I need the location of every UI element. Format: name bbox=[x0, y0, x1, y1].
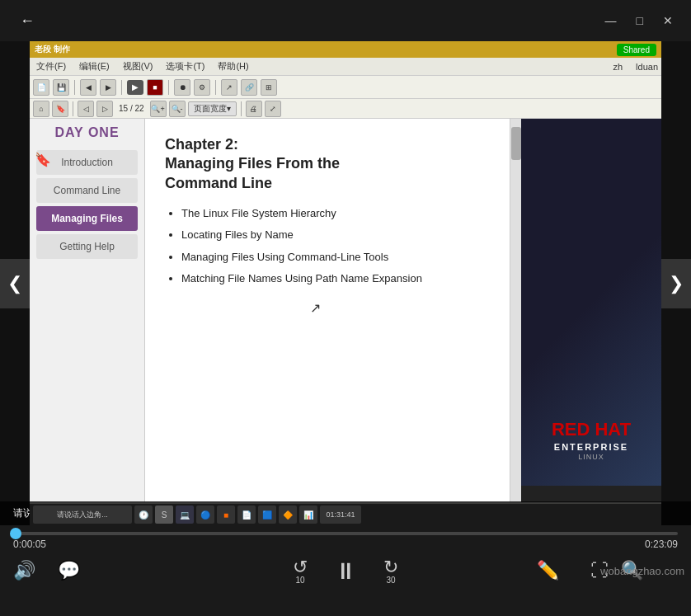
inner-taskbar: 请说话入边角... 🕐 S 💻 🔵 ■ 📄 🟦 🔶 📊 01:31:41 bbox=[30, 504, 661, 525]
shared-badge: Shared bbox=[617, 44, 656, 56]
progress-area bbox=[0, 525, 691, 538]
nav-prev-button[interactable]: ❮ bbox=[0, 259, 30, 308]
toolbar-open[interactable]: 📄 bbox=[33, 79, 49, 96]
taskbar-item-4[interactable]: 💻 bbox=[176, 505, 194, 524]
cursor-pointer: ↗ bbox=[310, 300, 321, 316]
nav-item-managing-files[interactable]: Managing Files bbox=[36, 206, 138, 231]
progress-track[interactable] bbox=[13, 532, 678, 535]
nav-item-introduction[interactable]: Introduction bbox=[36, 150, 138, 175]
subtitles-button[interactable]: 💬 bbox=[58, 560, 80, 581]
edit-icon: ✏️ bbox=[537, 560, 559, 581]
taskbar-item-3[interactable]: S bbox=[155, 505, 173, 524]
bullet-2: Locating Files by Name bbox=[181, 228, 490, 242]
current-time: 0:00:05 bbox=[13, 538, 46, 550]
taskbar-item-7[interactable]: 📄 bbox=[237, 505, 256, 524]
total-time: 0:23:09 bbox=[645, 538, 678, 550]
toolbar-split[interactable]: ⊞ bbox=[261, 79, 277, 96]
toolbar-sep2 bbox=[121, 80, 122, 95]
close-button[interactable]: ✕ bbox=[658, 12, 678, 29]
pdf-home[interactable]: ⌂ bbox=[33, 101, 49, 117]
toolbar-save[interactable]: 💾 bbox=[53, 79, 69, 96]
redhat-enterprise: ENTERPRISE bbox=[554, 442, 628, 452]
taskbar-item-2[interactable]: 🕐 bbox=[134, 505, 153, 524]
toolbar-next[interactable]: ▶ bbox=[100, 79, 116, 96]
volume-button[interactable]: 🔊 bbox=[13, 560, 35, 581]
menu-file[interactable]: 文件(F) bbox=[33, 60, 69, 73]
chapter-title: Chapter 2:Managing Files From theCommand… bbox=[165, 135, 490, 193]
menu-tab[interactable]: 选项卡(T) bbox=[162, 60, 208, 73]
toolbar-share[interactable]: ↗ bbox=[221, 79, 237, 96]
edit-button[interactable]: ✏️ bbox=[537, 560, 559, 581]
redhat-logo: RED HAT bbox=[552, 419, 631, 440]
left-nav: 🔖 DAY ONE Introduction Command Line Mana… bbox=[30, 119, 145, 502]
taskbar-item-8[interactable]: 🟦 bbox=[258, 505, 276, 524]
bullet-list: The Linux File System Hierarchy Locating… bbox=[165, 206, 490, 286]
toolbar: 📄 💾 ◀ ▶ ▶ ■ ⏺ ⚙ ↗ 🔗 ⊞ bbox=[30, 76, 661, 99]
pdf-toolbar2: ⌂ 🔖 ◁ ▷ 15 / 22 🔍+ 🔍- 页面宽度▾ 🖨 ⤢ bbox=[30, 99, 661, 119]
video-area: ❮ 老段 制作 Shared 文件(F) 编辑(E) 视图(V) 选项卡(T) … bbox=[0, 41, 691, 525]
more-button[interactable]: wobangzhao.com bbox=[600, 565, 684, 577]
rewind-button[interactable]: ↺ 10 bbox=[293, 557, 308, 585]
toolbar-record[interactable]: ⏺ bbox=[174, 79, 190, 96]
toolbar-stop[interactable]: ■ bbox=[147, 79, 163, 96]
nav-next-button[interactable]: ❯ bbox=[661, 259, 691, 308]
day-one-header: DAY ONE bbox=[30, 125, 144, 140]
bottom-controls: 0:00:05 0:23:09 🔊 💬 ↺ 10 ⏸ ↻ 30 ✏️ bbox=[0, 525, 691, 616]
redhat-linux: LINUX bbox=[578, 453, 604, 461]
pdf-zoomout[interactable]: 🔍- bbox=[169, 101, 186, 117]
nav-item-command-line[interactable]: Command Line bbox=[36, 178, 138, 203]
forward-label: 30 bbox=[386, 576, 395, 585]
lang-label: zh bbox=[613, 62, 623, 72]
top-bar: ← — □ ✕ bbox=[0, 0, 691, 41]
toolbar-share2[interactable]: 🔗 bbox=[241, 79, 257, 96]
pdf-sep1 bbox=[73, 101, 73, 116]
toolbar-sep4 bbox=[215, 80, 216, 95]
pdf-viewer: 老段 制作 Shared 文件(F) 编辑(E) 视图(V) 选项卡(T) 帮助… bbox=[30, 41, 661, 525]
taskbar-item-9[interactable]: 🔶 bbox=[279, 505, 297, 524]
page-content: Chapter 2:Managing Files From theCommand… bbox=[145, 119, 510, 502]
pdf-zoomin[interactable]: 🔍+ bbox=[150, 101, 167, 117]
taskbar-item-5[interactable]: 🔵 bbox=[196, 505, 214, 524]
pdf-fullscreen[interactable]: ⤢ bbox=[265, 101, 281, 117]
menu-help[interactable]: 帮助(H) bbox=[214, 60, 251, 73]
menu-edit[interactable]: 编辑(E) bbox=[76, 60, 113, 73]
scroll-thumb[interactable] bbox=[511, 127, 521, 160]
minimize-button[interactable]: — bbox=[600, 12, 622, 29]
taskbar-item-6[interactable]: ■ bbox=[217, 505, 235, 524]
taskbar-item-time: 01:31:41 bbox=[320, 505, 361, 524]
forward-button[interactable]: ↻ 30 bbox=[383, 557, 398, 585]
toolbar-config[interactable]: ⚙ bbox=[194, 79, 210, 96]
time-row: 0:00:05 0:23:09 bbox=[0, 538, 691, 550]
back-button[interactable]: ← bbox=[13, 9, 41, 33]
content-area: 🔖 DAY ONE Introduction Command Line Mana… bbox=[30, 119, 661, 502]
scroll-bar[interactable] bbox=[510, 119, 521, 502]
watermark-text: 老段 制作 bbox=[35, 44, 70, 55]
pdf-bookmark[interactable]: 🔖 bbox=[52, 101, 68, 117]
ctrl-row: 🔊 💬 ↺ 10 ⏸ ↻ 30 ✏️ ⛶ 🔍 bbox=[0, 550, 691, 591]
pdf-forward[interactable]: ▷ bbox=[96, 101, 113, 117]
pdf-back[interactable]: ◁ bbox=[78, 101, 94, 117]
zoom-dropdown[interactable]: 页面宽度▾ bbox=[188, 101, 237, 116]
right-panel-inner: RED HAT ENTERPRISE LINUX bbox=[521, 119, 661, 486]
maximize-button[interactable]: □ bbox=[632, 12, 648, 29]
watermark-bar: 老段 制作 Shared bbox=[30, 41, 661, 58]
bullet-4: Matching File Names Using Path Name Expa… bbox=[181, 271, 490, 286]
pause-icon: ⏸ bbox=[334, 557, 357, 585]
nav-item-getting-help[interactable]: Getting Help bbox=[36, 234, 138, 259]
pdf-sep2 bbox=[241, 101, 242, 116]
toolbar-sep3 bbox=[168, 80, 169, 95]
toolbar-prev[interactable]: ◀ bbox=[80, 79, 96, 96]
more-icon: wobangzhao.com bbox=[600, 565, 684, 577]
pdf-print[interactable]: 🖨 bbox=[246, 101, 262, 117]
menu-view[interactable]: 视图(V) bbox=[120, 60, 157, 73]
toolbar-play[interactable]: ▶ bbox=[127, 80, 143, 95]
bookmark-icon: 🔖 bbox=[35, 152, 51, 167]
right-panel: RED HAT ENTERPRISE LINUX bbox=[521, 119, 661, 502]
bullet-3: Managing Files Using Command-Line Tools bbox=[181, 250, 490, 265]
taskbar-item-10[interactable]: 📊 bbox=[299, 505, 317, 524]
taskbar-item-1[interactable]: 请说话入边角... bbox=[33, 505, 132, 524]
pause-button[interactable]: ⏸ bbox=[334, 557, 357, 585]
toolbar-sep1 bbox=[74, 80, 75, 95]
subtitles-icon: 💬 bbox=[58, 560, 80, 581]
progress-knob[interactable] bbox=[10, 528, 21, 539]
